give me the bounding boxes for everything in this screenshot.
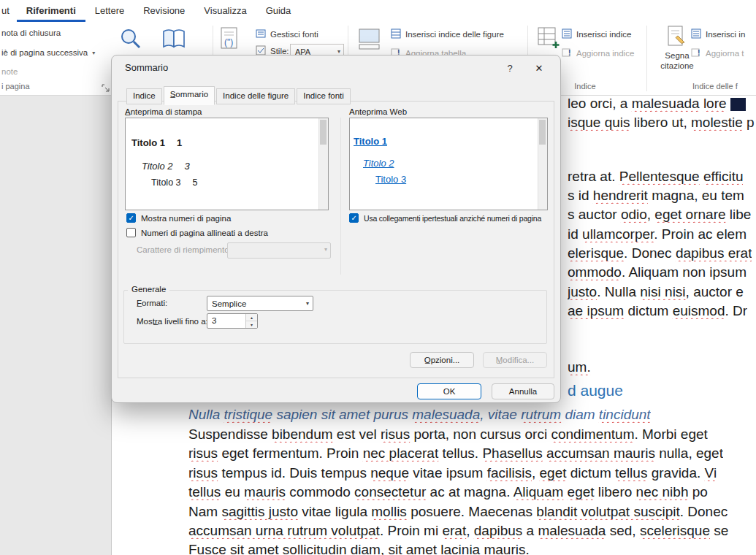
help-button[interactable]: ? — [500, 60, 519, 76]
scrollbar-thumb[interactable] — [539, 120, 546, 145]
show-levels-spinner[interactable]: 3 ▴ ▾ — [207, 313, 258, 329]
text-run: sapien sit amet purus — [272, 407, 412, 422]
checkbox-box — [126, 228, 136, 237]
text-run: rutrum — [521, 407, 561, 422]
text-run: euismod — [673, 303, 725, 318]
toc-preview-link: Titolo 3 — [375, 174, 406, 185]
tab-sommario[interactable]: S̲ommario — [164, 86, 215, 105]
text-run: id — [568, 226, 582, 242]
insert-citation-button[interactable]: (") — [218, 26, 241, 54]
toc-entry-text: Titolo 3 — [151, 177, 181, 188]
show-page-numbers-checkbox[interactable]: Mostra numeri di pagina — [126, 213, 231, 223]
manage-sources-button[interactable]: Gestisci fonti — [256, 28, 318, 40]
text-run: neque — [370, 465, 409, 481]
tab-indice[interactable]: Indice — [126, 88, 162, 104]
scrollbar-thumb[interactable] — [320, 120, 327, 145]
insert-index-button[interactable] — [536, 26, 561, 53]
web-preview-label: Anteprima Web — [349, 107, 407, 116]
insert-index-text-button[interactable]: Inserisci indice — [562, 28, 631, 40]
tab-guida[interactable]: Guida — [256, 0, 301, 22]
scrollbar[interactable] — [538, 118, 547, 210]
text-run: um. — [568, 359, 591, 375]
update-table-of-authorities-label: Aggiorna t — [706, 49, 744, 58]
mark-citation-label-line2: citazione — [660, 61, 693, 71]
text-run: erat — [442, 523, 466, 538]
use-hyperlinks-checkbox[interactable]: Usa collegamenti ipertestuali anziché nu… — [349, 213, 541, 223]
tab-indice-delle-figure[interactable]: Indice delle figure — [216, 88, 295, 104]
text-run: eget — [540, 465, 567, 481]
next-footnote-button[interactable]: iè di pagina successiva ▾ — [1, 48, 95, 57]
toc-preview-link: Titolo 1 — [354, 136, 387, 147]
text-run: risus — [188, 465, 218, 481]
tab-riferimenti[interactable]: Riferimenti — [17, 0, 85, 22]
update-table-of-authorities-button[interactable]: ! Aggiorna t — [691, 47, 744, 59]
insert-endnote-button[interactable]: nota di chiusura — [1, 28, 61, 37]
next-footnote-label: iè di pagina successiva — [1, 48, 88, 57]
researcher-button[interactable] — [161, 26, 187, 54]
text-run: sed, — [606, 523, 639, 538]
text-run: Pellentesque — [619, 169, 700, 184]
tab-layout-partial[interactable]: ut — [0, 0, 17, 22]
tab-lettere[interactable]: Lettere — [85, 0, 134, 22]
smart-lookup-button[interactable] — [118, 26, 143, 54]
formats-value: Semplice — [212, 299, 246, 308]
insert-table-of-figures-button[interactable]: Inserisci indice delle figure — [391, 28, 504, 40]
text-run: ullamcorper — [582, 226, 654, 242]
text-run: mauris — [244, 484, 286, 500]
formats-select[interactable]: Semplice ▾ — [207, 296, 313, 311]
text-run: mauris. — [480, 542, 530, 555]
insert-caption-icon — [357, 41, 382, 53]
tab-leader-select[interactable]: ▾ — [227, 242, 331, 259]
text-run: a — [522, 523, 538, 538]
close-button[interactable]: ✕ — [524, 58, 554, 77]
text-run: condimentum — [551, 426, 634, 442]
modify-button[interactable]: M̲odifica... — [483, 352, 547, 368]
tab-indice-fonti[interactable]: Indice fonti — [297, 88, 351, 104]
toc-preview-entry: Titolo 1 1 — [131, 137, 182, 148]
text-run: s auctor — [568, 207, 621, 222]
svg-text:!: ! — [698, 49, 700, 57]
spinner-down-icon[interactable]: ▾ — [246, 321, 257, 328]
spinner-up-icon[interactable]: ▴ — [246, 314, 257, 321]
text-run: malesuada — [538, 523, 606, 538]
text-run: blandit volutpat suscipit — [536, 504, 679, 519]
column-divider — [340, 118, 341, 275]
group-separator — [646, 26, 647, 91]
text-run: , — [647, 207, 655, 222]
scrollbar[interactable] — [318, 118, 328, 210]
text-run: . Proin ac elem — [654, 226, 747, 242]
tab-revisione[interactable]: Revisione — [134, 0, 194, 22]
text-run: malesuada — [632, 96, 700, 111]
text-run: tristique — [224, 407, 273, 422]
update-index-button[interactable]: ! Aggiorna indice — [562, 47, 634, 59]
doc-line: leo orci, a malesuada lore — [568, 96, 746, 112]
text-run: accumsan mauris — [546, 445, 655, 461]
manage-sources-label: Gestisci fonti — [270, 30, 318, 39]
doc-line: ommodo. Aliquam non ipsum — [568, 264, 747, 280]
text-run: p — [743, 115, 755, 130]
text-run: sagittis justo — [221, 504, 298, 519]
general-group-label: Generale — [128, 285, 169, 294]
tab-visualizza[interactable]: Visualizza — [194, 0, 256, 22]
text-run: . Aliquam non ipsum — [622, 264, 747, 280]
dialog-tab-strip: Indice S̲ommario Indice delle figure Ind… — [126, 86, 352, 105]
insert-caption-button[interactable] — [357, 26, 382, 54]
options-button[interactable]: O̲pzioni... — [410, 352, 474, 368]
show-notes-button[interactable]: note — [1, 67, 18, 76]
checkbox-label: Usa collegamenti ipertestuali anziché nu… — [364, 214, 541, 223]
text-run: . Donec — [680, 504, 728, 519]
ok-button[interactable]: OK — [417, 383, 481, 399]
doc-line: isque quis libero ut, molestie p — [568, 115, 756, 131]
text-run: ommodo — [568, 264, 622, 280]
doc-line: Suspendisse bibendum est vel risus porta… — [188, 426, 708, 443]
insert-table-of-authorities-button[interactable]: Inserisci in — [691, 28, 745, 40]
text-run: eget fermentum. Proin — [218, 445, 363, 461]
text-run: diam — [561, 407, 599, 422]
cancel-button[interactable]: Annulla — [492, 383, 554, 399]
text-run: libero — [595, 484, 636, 500]
text-run: leo orci, a — [568, 96, 632, 111]
right-align-page-numbers-checkbox[interactable]: Numeri di pagina allineati a destra — [126, 228, 268, 237]
dialog-launcher-icon[interactable] — [102, 83, 110, 91]
dialog-title: Sommario — [125, 62, 168, 73]
smart-lookup-icon — [118, 41, 143, 53]
